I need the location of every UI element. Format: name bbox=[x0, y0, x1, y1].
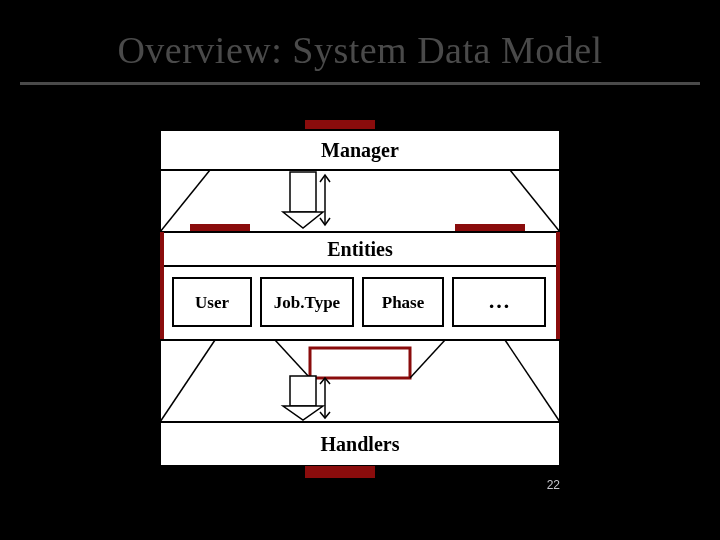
svg-text:User: User bbox=[195, 293, 229, 312]
manager-entities-gap bbox=[160, 170, 560, 232]
manager-label: Manager bbox=[321, 139, 399, 162]
svg-text:Phase: Phase bbox=[382, 293, 425, 312]
slide-title: Overview: System Data Model bbox=[0, 28, 720, 72]
entities-red-side-r bbox=[556, 232, 560, 340]
entity-box-phase: Phase bbox=[363, 278, 443, 326]
entity-box-user: User bbox=[173, 278, 251, 326]
title-underline bbox=[20, 82, 700, 85]
manager-red-tab bbox=[305, 120, 375, 130]
page-number: 22 bbox=[547, 478, 560, 492]
svg-rect-0 bbox=[290, 172, 316, 212]
entity-box-ellipsis: … bbox=[453, 278, 545, 326]
entities-red-side-l bbox=[160, 232, 164, 340]
slide: Overview: System Data Model Manager bbox=[0, 0, 720, 540]
data-model-diagram: Manager Entities bbox=[155, 120, 565, 490]
handlers-red-tab bbox=[305, 466, 375, 478]
entities-handlers-gap bbox=[160, 340, 560, 422]
svg-text:Job.Type: Job.Type bbox=[274, 293, 341, 312]
entities-label: Entities bbox=[327, 238, 393, 260]
entity-box-jobtype: Job.Type bbox=[261, 278, 353, 326]
handlers-label: Handlers bbox=[321, 433, 400, 455]
svg-rect-11 bbox=[290, 376, 316, 406]
svg-text:…: … bbox=[488, 288, 510, 313]
